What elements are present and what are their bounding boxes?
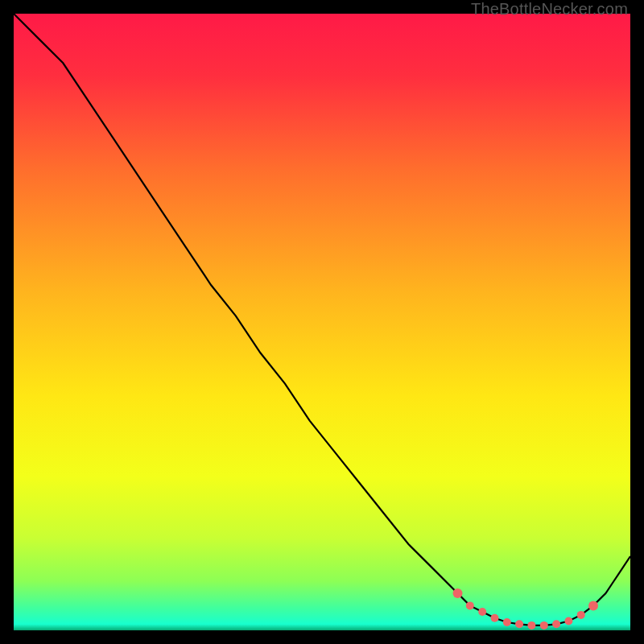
- chart-area: [14, 14, 630, 630]
- attribution-text: TheBottleNecker.com: [471, 0, 628, 19]
- gradient-background: [14, 14, 630, 630]
- svg-rect-0: [14, 14, 630, 630]
